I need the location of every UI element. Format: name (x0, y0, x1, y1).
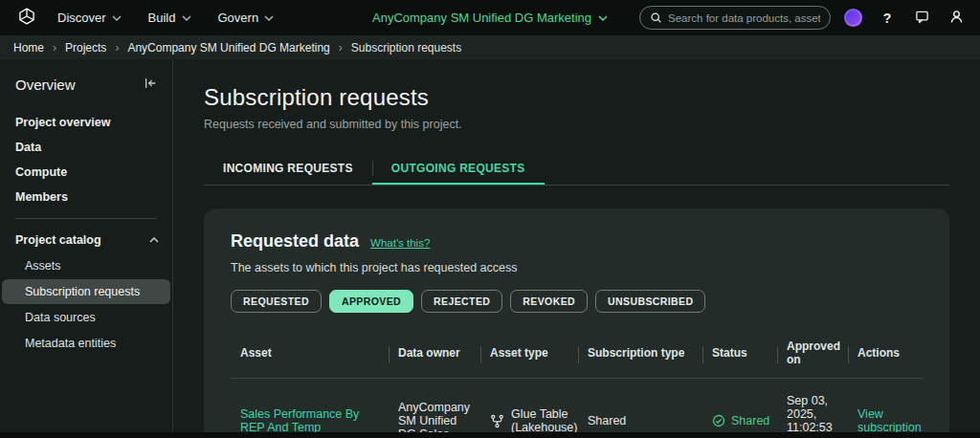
column-header-actions: Actions (848, 332, 923, 379)
column-header-asset: Asset (231, 332, 389, 379)
tabs: INCOMING REQUESTS OUTGOING REQUESTS (204, 152, 949, 186)
panel-header: Requested data What's this? (231, 231, 923, 252)
nav-menu-build[interactable]: Build (137, 5, 203, 31)
chevron-down-icon (182, 15, 191, 21)
page-title: Subscription requests (204, 84, 949, 111)
sidebar-header: Overview (0, 75, 172, 95)
filter-approved[interactable]: APPROVED (329, 290, 413, 313)
sidebar-item-compute[interactable]: Compute (0, 160, 172, 185)
panel-title: Requested data (231, 231, 359, 252)
help-button[interactable]: ? (875, 6, 900, 31)
subscription-type-cell: Shared (578, 379, 702, 438)
data-owner-cell: AnyCompany SM Unified DG Sales (389, 379, 480, 438)
search-icon (650, 11, 662, 24)
sidebar-item-data[interactable]: Data (0, 135, 172, 160)
project-selector[interactable]: AnyCompany SM Unified DG Marketing (372, 11, 608, 25)
breadcrumb-separator: › (115, 41, 119, 55)
nav-menu-govern[interactable]: Govern (207, 5, 286, 31)
app-logo-button[interactable] (11, 3, 42, 33)
nav-menu-build-label: Build (148, 11, 176, 25)
chevron-down-icon (264, 15, 274, 21)
feedback-button[interactable] (909, 6, 934, 31)
nav-menu-discover[interactable]: Discover (46, 5, 133, 31)
column-header-subscription-type: Subscription type (578, 332, 702, 379)
amazon-q-icon (844, 9, 862, 27)
sidebar-item-data-sources[interactable]: Data sources (2, 305, 170, 330)
glue-table-icon (490, 414, 504, 428)
search-input[interactable] (668, 12, 820, 24)
panel-description: The assets to which this project has req… (231, 261, 923, 274)
sidebar-item-members[interactable]: Members (0, 185, 172, 209)
filter-revoked[interactable]: REVOKED (510, 290, 588, 313)
top-nav-right: ? (608, 6, 969, 31)
requested-data-panel: Requested data What's this? The assets t… (204, 208, 949, 438)
page-subtitle: Requests received and submitted by this … (204, 118, 949, 131)
breadcrumb-separator: › (53, 41, 56, 55)
sidebar-divider (15, 218, 157, 219)
global-search-box (639, 6, 831, 30)
chevron-down-icon (598, 15, 608, 21)
main-content: Subscription requests Requests received … (173, 59, 980, 438)
status-filter-group: REQUESTED APPROVED REJECTED REVOKED UNSU… (231, 290, 923, 313)
filter-unsubscribed[interactable]: UNSUBSCRIBED (595, 290, 705, 313)
user-icon (949, 10, 964, 27)
column-header-asset-type: Asset type (480, 332, 578, 379)
whats-this-link[interactable]: What's this? (370, 237, 430, 249)
nav-menu-discover-label: Discover (57, 11, 106, 25)
sidebar-item-subscription-requests[interactable]: Subscription requests (2, 279, 170, 304)
table-header-row: Asset Data owner Asset type Subscription… (231, 332, 923, 379)
sidebar-collapse-button[interactable] (142, 75, 159, 95)
status-label: Shared (731, 414, 769, 427)
sidebar-section-project-catalog[interactable]: Project catalog (0, 228, 172, 252)
status-badge: Shared (712, 414, 768, 427)
breadcrumb-projects[interactable]: Projects (65, 41, 106, 55)
chevron-down-icon (112, 15, 122, 21)
breadcrumb-current-page: Subscription requests (351, 41, 461, 55)
column-header-status: Status (702, 332, 777, 379)
nav-menu-govern-label: Govern (218, 11, 259, 25)
feedback-icon (915, 10, 929, 27)
top-nav-left: Discover Build Govern (11, 3, 372, 33)
breadcrumb: Home › Projects › AnyCompany SM Unified … (0, 35, 980, 59)
sidebar-title: Overview (15, 77, 76, 93)
filter-rejected[interactable]: REJECTED (421, 290, 502, 313)
collapse-panel-icon (144, 77, 157, 93)
help-icon: ? (883, 11, 892, 26)
window-bottom-edge (0, 432, 980, 438)
amazon-q-button[interactable] (840, 6, 865, 31)
asset-type-cell: Glue Table (Lakehouse) (490, 407, 568, 434)
app-logo-icon (17, 7, 36, 29)
sidebar-item-project-overview[interactable]: Project overview (0, 110, 172, 135)
requests-table: Asset Data owner Asset type Subscription… (231, 332, 923, 438)
tab-incoming-requests[interactable]: INCOMING REQUESTS (204, 152, 372, 185)
top-nav-center: AnyCompany SM Unified DG Marketing (372, 11, 608, 25)
column-header-approved-on: Approved on (777, 332, 848, 379)
top-navigation: Discover Build Govern AnyCompany SM Unif… (0, 0, 980, 35)
project-selector-label: AnyCompany SM Unified DG Marketing (372, 11, 591, 25)
content-area: Overview Project overview Data Compute M… (0, 59, 980, 438)
approved-on-cell: Sep 03, 2025, 11:02:53 AM (777, 379, 848, 438)
filter-requested[interactable]: REQUESTED (231, 290, 322, 313)
status-positive-icon (712, 414, 725, 427)
view-subscription-link[interactable]: View subscription (858, 407, 922, 434)
asset-link[interactable]: Sales Performance By REP And Temp (240, 407, 359, 434)
column-header-data-owner: Data owner (389, 332, 480, 379)
chevron-up-icon (149, 237, 159, 243)
tab-outgoing-requests[interactable]: OUTGOING REQUESTS (372, 152, 545, 185)
breadcrumb-project-name[interactable]: AnyCompany SM Unified DG Marketing (127, 41, 329, 55)
sidebar-section-label: Project catalog (15, 233, 101, 247)
user-profile-button[interactable] (944, 6, 969, 31)
sidebar-item-metadata-entities[interactable]: Metadata entities (2, 331, 170, 356)
sidebar-item-assets[interactable]: Assets (2, 253, 170, 278)
asset-type-label: Glue Table (Lakehouse) (511, 407, 577, 434)
table-row: Sales Performance By REP And Temp AnyCom… (231, 379, 923, 438)
breadcrumb-home[interactable]: Home (13, 41, 44, 55)
side-navigation: Overview Project overview Data Compute M… (0, 59, 173, 438)
breadcrumb-separator: › (339, 41, 343, 55)
